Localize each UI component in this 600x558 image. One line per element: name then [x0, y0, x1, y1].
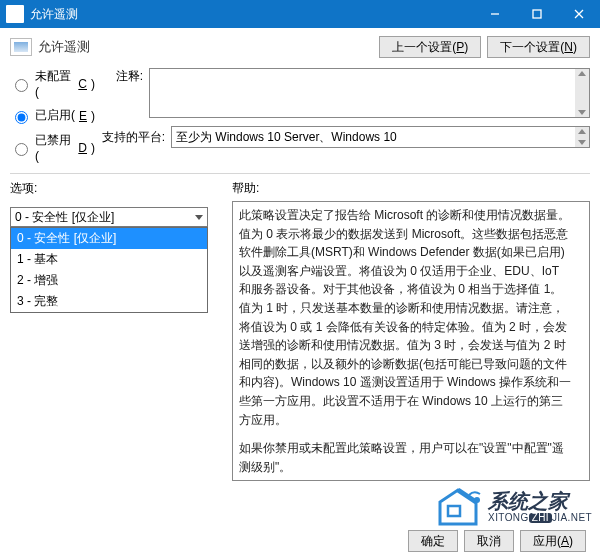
options-dropdown: 0 - 安全性 [仅企业] 1 - 基本 2 - 增强 3 - 完整 [10, 227, 208, 313]
policy-title: 允许遥测 [38, 38, 90, 56]
options-label: 选项: [10, 181, 37, 195]
svg-point-5 [474, 497, 480, 503]
app-icon [6, 5, 24, 23]
dropdown-item[interactable]: 0 - 安全性 [仅企业] [11, 228, 207, 249]
scrollbar[interactable] [575, 69, 589, 117]
next-setting-button[interactable]: 下一个设置(N) [487, 36, 590, 58]
cancel-button[interactable]: 取消 [464, 530, 514, 552]
radio-enabled[interactable]: 已启用(E) [10, 107, 95, 124]
maximize-button[interactable] [516, 0, 558, 28]
minimize-button[interactable] [474, 0, 516, 28]
radio-disabled[interactable]: 已禁用(D) [10, 132, 95, 163]
comment-input[interactable] [149, 68, 590, 118]
policy-icon [10, 38, 32, 56]
state-radio-group: 未配置(C) 已启用(E) 已禁用(D) [10, 68, 95, 163]
help-text[interactable]: 此策略设置决定了报告给 Microsoft 的诊断和使用情况数据量。值为 0 表… [232, 201, 590, 481]
divider [10, 173, 590, 174]
dropdown-item[interactable]: 1 - 基本 [11, 249, 207, 270]
help-label: 帮助: [232, 181, 259, 195]
comment-label: 注释: [95, 68, 149, 85]
combobox-value: 0 - 安全性 [仅企业] [15, 209, 114, 226]
radio-not-configured[interactable]: 未配置(C) [10, 68, 95, 99]
chevron-down-icon [195, 215, 203, 220]
svg-rect-1 [533, 10, 541, 18]
apply-button[interactable]: 应用(A) [520, 530, 586, 552]
window-title: 允许遥测 [30, 6, 78, 23]
scrollbar[interactable] [575, 127, 589, 147]
dropdown-item[interactable]: 3 - 完整 [11, 291, 207, 312]
titlebar: 允许遥测 [0, 0, 600, 28]
dropdown-item[interactable]: 2 - 增强 [11, 270, 207, 291]
watermark: 系统之家 XITONGZHIJIA.NET [434, 486, 592, 528]
supported-label: 支持的平台: [95, 129, 171, 146]
prev-setting-button[interactable]: 上一个设置(P) [379, 36, 481, 58]
ok-button[interactable]: 确定 [408, 530, 458, 552]
supported-platforms: 至少为 Windows 10 Server、Windows 10 [171, 126, 590, 148]
close-button[interactable] [558, 0, 600, 28]
watermark-icon [434, 486, 482, 528]
options-combobox[interactable]: 0 - 安全性 [仅企业] [10, 207, 208, 227]
svg-rect-4 [448, 506, 460, 516]
